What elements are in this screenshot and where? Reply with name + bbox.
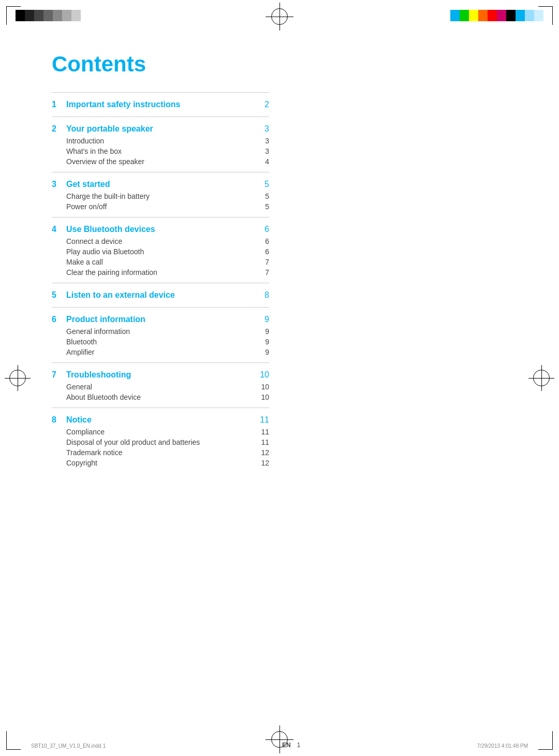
page-title: Contents — [52, 52, 507, 77]
toc-section-title: Use Bluetooth devices — [66, 225, 259, 234]
toc-sub-page: 9 — [259, 348, 269, 356]
toc-section: 4Use Bluetooth devices6Connect a device6… — [52, 217, 269, 283]
toc-sub-page: 6 — [259, 248, 269, 256]
color-swatch — [16, 10, 25, 21]
toc-section: 7Troubleshooting10General10About Bluetoo… — [52, 362, 269, 408]
toc-sub-title: Copyright — [66, 459, 259, 467]
toc-sub-title: Amplifier — [66, 348, 259, 356]
toc-section-number: 4 — [52, 225, 66, 234]
toc-section-header: 8Notice11 — [52, 415, 269, 425]
toc-section-title: Troubleshooting — [66, 370, 259, 380]
toc-section: 3Get started5Charge the built-in battery… — [52, 172, 269, 217]
toc-section-header: 2Your portable speaker3 — [52, 124, 269, 134]
toc-sub-item: General10 — [52, 382, 269, 392]
toc-sub-page: 11 — [259, 428, 269, 436]
color-swatch — [71, 10, 81, 21]
toc-section-page: 3 — [259, 124, 269, 134]
toc-sub-title: Power on/off — [66, 202, 259, 211]
toc-sub-item: Disposal of your old product and batteri… — [52, 437, 269, 447]
toc-sub-title: Overview of the speaker — [66, 157, 259, 166]
toc-sub-item: Connect a device6 — [52, 236, 269, 246]
toc-section-header: 1Important safety instructions2 — [52, 100, 269, 109]
toc-section-number: 2 — [52, 124, 66, 134]
toc-section-title: Listen to an external device — [66, 290, 259, 300]
toc-sub-page: 10 — [259, 383, 269, 391]
file-info: SBT10_37_UM_V1.0_EN.indd 1 — [31, 743, 106, 749]
toc-section-page: 6 — [259, 225, 269, 234]
toc-section-page: 8 — [259, 290, 269, 300]
toc-section-title: Get started — [66, 180, 259, 189]
toc-sub-page: 5 — [259, 192, 269, 200]
color-strip-left — [16, 10, 81, 21]
color-strip-right — [450, 10, 543, 21]
toc-section-page: 5 — [259, 180, 269, 189]
color-swatch — [450, 10, 460, 21]
toc-sub-item: Copyright12 — [52, 458, 269, 468]
toc-section-number: 3 — [52, 180, 66, 189]
toc-section: 6Product information9General information… — [52, 307, 269, 362]
toc-sub-page: 11 — [259, 438, 269, 446]
toc-section-header: 7Troubleshooting10 — [52, 370, 269, 380]
toc-sub-page: 7 — [259, 258, 269, 266]
toc-sub-item: Trademark notice12 — [52, 447, 269, 458]
toc-sub-item: Compliance11 — [52, 427, 269, 437]
toc-section-number: 8 — [52, 415, 66, 425]
toc-sub-item: Bluetooth9 — [52, 337, 269, 347]
color-swatch — [488, 10, 497, 21]
toc-sub-page: 6 — [259, 237, 269, 245]
toc-sub-title: Trademark notice — [66, 448, 259, 457]
toc-section-header: 3Get started5 — [52, 180, 269, 189]
color-swatch — [62, 10, 71, 21]
toc-section-page: 9 — [259, 315, 269, 324]
color-swatch — [53, 10, 62, 21]
color-swatch — [516, 10, 525, 21]
toc-section: 1Important safety instructions2 — [52, 92, 269, 117]
toc-sub-page: 7 — [259, 268, 269, 277]
toc-section-page: 11 — [259, 415, 269, 425]
page-content: Contents 1Important safety instructions2… — [0, 31, 559, 515]
table-of-contents: 1Important safety instructions22Your por… — [52, 92, 269, 473]
toc-sub-title: General — [66, 383, 259, 391]
toc-sub-item: Power on/off5 — [52, 201, 269, 212]
toc-sub-title: General information — [66, 327, 259, 336]
color-swatch — [525, 10, 534, 21]
color-swatch — [469, 10, 478, 21]
toc-sub-item: Overview of the speaker4 — [52, 156, 269, 167]
color-swatch — [25, 10, 34, 21]
top-bar — [0, 0, 559, 31]
color-swatch — [460, 10, 469, 21]
toc-sub-item: Make a call7 — [52, 257, 269, 267]
bottom-bar: SBT10_37_UM_V1.0_EN.indd 1 EN 1 7/29/201… — [0, 742, 559, 749]
toc-section-number: 5 — [52, 290, 66, 300]
toc-sub-item: Charge the built-in battery5 — [52, 191, 269, 201]
toc-sub-item: General information9 — [52, 326, 269, 337]
toc-sub-page: 5 — [259, 202, 269, 211]
toc-section-title: Your portable speaker — [66, 124, 259, 134]
toc-section-number: 1 — [52, 100, 66, 109]
toc-sub-page: 4 — [259, 157, 269, 166]
toc-sub-page: 12 — [259, 448, 269, 457]
toc-section: 2Your portable speaker3Introduction3What… — [52, 117, 269, 172]
toc-sub-page: 3 — [259, 147, 269, 155]
toc-section-number: 6 — [52, 315, 66, 324]
page-number: 1 — [297, 742, 301, 749]
toc-sub-title: About Bluetooth device — [66, 393, 259, 401]
page-info: EN 1 — [282, 742, 300, 749]
toc-section-title: Notice — [66, 415, 259, 425]
toc-sub-item: About Bluetooth device10 — [52, 392, 269, 402]
toc-sub-title: Introduction — [66, 137, 259, 145]
toc-sub-title: Make a call — [66, 258, 259, 266]
toc-sub-title: What's in the box — [66, 147, 259, 155]
toc-sub-title: Compliance — [66, 428, 259, 436]
color-swatch — [43, 10, 53, 21]
color-swatch — [497, 10, 506, 21]
toc-section-title: Important safety instructions — [66, 100, 259, 109]
toc-section-header: 5Listen to an external device8 — [52, 290, 269, 300]
toc-sub-item: Play audio via Bluetooth6 — [52, 246, 269, 257]
toc-section-header: 6Product information9 — [52, 315, 269, 324]
toc-sub-page: 9 — [259, 327, 269, 336]
color-swatch — [478, 10, 488, 21]
color-swatch — [534, 10, 543, 21]
toc-sub-title: Bluetooth — [66, 338, 259, 346]
toc-section-header: 4Use Bluetooth devices6 — [52, 225, 269, 234]
